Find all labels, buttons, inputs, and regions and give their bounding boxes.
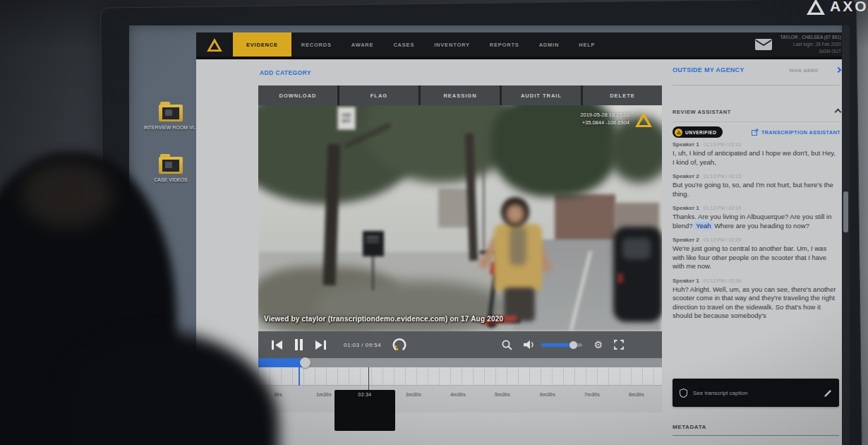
speed-gauge-icon (392, 338, 406, 352)
transcript-text[interactable]: We're just going to central to another b… (673, 244, 839, 271)
top-nav-bar: EVIDENCE RECORDS AWARE CASES INVENTORY R… (196, 32, 850, 59)
highlighted-word[interactable]: Yeah (694, 222, 712, 230)
review-assistant-header: REVIEW ASSISTANT (673, 109, 731, 115)
pause-icon (294, 339, 303, 350)
pencil-icon[interactable] (824, 389, 832, 397)
transcript-entry: Speaker 1 01:13 PM / 02:10 I, uh, I kind… (673, 141, 839, 167)
tab-aware[interactable]: AWARE (342, 32, 384, 57)
desktop-icon-case-videos[interactable]: CASE VIDEOS (142, 157, 200, 183)
seek-bar[interactable] (258, 358, 662, 367)
timeline-labels: 30s 1m30s 2m30s 3m30s 4m30s 5m30s 6m30s … (258, 386, 662, 413)
transcript-speaker: Speaker 2 (673, 237, 699, 243)
caption-placeholder: See transcript caption (693, 390, 747, 396)
pause-button[interactable] (294, 339, 303, 350)
playback-speed-button[interactable] (392, 338, 406, 352)
transcript-text[interactable]: But you're going to, so, and I'm not hur… (673, 181, 839, 198)
time-display: 01:03 / 09:54 (344, 342, 381, 348)
tab-records[interactable]: RECORDS (291, 32, 342, 57)
axon-delta-icon (207, 38, 222, 52)
axon-wordmark: AXON (807, 0, 868, 15)
user-info: TAYLOR , CHELSEA (67 891) Last login: 28… (780, 32, 850, 57)
unverified-badge[interactable]: UNVERIFIED (673, 126, 723, 138)
axon-nav-logo[interactable] (196, 32, 233, 57)
skip-back-button[interactable] (271, 340, 283, 350)
desktop-icon-interview-room[interactable]: INTERVIEW ROOM VI... (142, 105, 200, 131)
chevron-up-icon[interactable] (835, 109, 842, 116)
zoom-button[interactable] (502, 340, 512, 350)
seek-progress (258, 358, 305, 367)
window-scrollbar[interactable] (842, 25, 850, 445)
skip-back-icon (271, 340, 283, 350)
scrollbar-thumb[interactable] (843, 191, 848, 232)
transcript-timestamp[interactable]: 01:13 PM / 02:13 (704, 174, 741, 179)
divider (673, 435, 839, 436)
transcript-timestamp[interactable]: 01:13 PM / 02:26 (704, 237, 741, 242)
sign-out-link[interactable]: SIGN OUT (780, 48, 841, 55)
seek-handle[interactable] (300, 357, 311, 368)
transcript-timestamp[interactable]: 01:13 PM / 02:10 (704, 142, 741, 147)
player-controls: 01:03 / 09:54 (258, 331, 662, 358)
axon-delta-icon (807, 0, 825, 15)
delete-button[interactable]: DELETE (583, 85, 662, 105)
transcript-entry: Speaker 2 01:13 PM / 02:26 We're just go… (673, 237, 839, 271)
desktop-icon-label: INTERVIEW ROOM VI... (142, 124, 200, 131)
fullscreen-icon (614, 340, 624, 350)
volume-control (524, 340, 582, 350)
video-timestamp-overlay: 2019-05-28 18:25:03 +35.0844 -106.6504 (580, 111, 629, 127)
flag-button[interactable]: FLAG (339, 85, 418, 105)
timeline-tick: 5m30s (483, 392, 522, 397)
skip-forward-button[interactable] (315, 340, 327, 350)
timeline-tick: 3m30s (394, 392, 433, 397)
timeline-tick: 8m30s (617, 392, 656, 397)
metadata-header: METADATA (673, 424, 706, 430)
download-button[interactable]: DOWNLOAD (258, 85, 337, 105)
tab-help[interactable]: HELP (569, 32, 605, 57)
tab-evidence[interactable]: EVIDENCE (233, 32, 291, 57)
external-box-icon (752, 129, 759, 136)
chevron-right-icon[interactable] (836, 67, 841, 73)
transcript-text[interactable]: I, uh, I kind of anticipated and I hope … (673, 149, 839, 167)
folder-icon (159, 157, 183, 174)
transcript-speaker: Speaker 1 (673, 205, 699, 211)
timeline-ruler[interactable] (258, 367, 662, 386)
none-added-label: None added (789, 67, 818, 73)
transcript-entry: Speaker 2 01:13 PM / 02:13 But you're go… (673, 173, 839, 198)
preview-time: 02:34 (358, 392, 372, 397)
playhead-marker (299, 367, 300, 386)
axon-logo-text: AXON (830, 0, 868, 15)
transcript-list: Speaker 1 01:13 PM / 02:10 I, uh, I kind… (673, 141, 839, 327)
audit-trail-button[interactable]: AUDIT TRAIL (502, 85, 581, 105)
settings-button[interactable]: ⚙ (593, 340, 603, 350)
outside-my-agency-link[interactable]: OUTSIDE MY AGENCY (673, 66, 745, 73)
reassign-button[interactable]: REASSIGN (421, 85, 500, 105)
video-overlays: 2019-05-28 18:25:03 +35.0844 -106.6504 V… (258, 105, 662, 331)
volume-slider[interactable] (541, 343, 582, 347)
transcript-speaker: Speaker 1 (673, 278, 699, 284)
divider (673, 85, 840, 85)
transcription-assistant-link[interactable]: TRANSCRIPTION ASSISTANT (752, 129, 840, 136)
transcript-text[interactable]: Huh? Alright. Well, um, as you can see, … (673, 285, 839, 321)
tab-reports[interactable]: REPORTS (480, 32, 529, 57)
photo-scene: AXON INTERVIEW ROOM VI... CASE VIDEOS EV… (0, 0, 868, 445)
video-player[interactable]: ONE WAY (258, 105, 662, 331)
tab-cases[interactable]: CASES (383, 32, 424, 57)
main-column: ADD CATEGORY DOWNLOAD FLAG REASSIGN AUDI… (258, 59, 662, 413)
volume-icon[interactable] (524, 340, 536, 350)
preview-pointer-line (368, 367, 369, 390)
transcript-entry: Speaker 1 01:13 PM / 02:36 Huh? Alright.… (673, 278, 839, 321)
transcript-timestamp[interactable]: 01:13 PM / 02:36 (704, 278, 741, 283)
last-login: Last login: 28 Feb 2020 (780, 41, 841, 48)
fullscreen-button[interactable] (614, 340, 624, 350)
transcript-text[interactable]: Thanks. Are you living in Albuquerque? A… (673, 213, 839, 230)
add-category-link[interactable]: ADD CATEGORY (260, 69, 311, 76)
desktop-icon-label: CASE VIDEOS (142, 177, 200, 183)
messages-button[interactable] (747, 32, 780, 57)
tab-inventory[interactable]: INVENTORY (424, 32, 480, 57)
gear-icon: ⚙ (593, 340, 603, 350)
transcript-caption-input[interactable]: See transcript caption (673, 379, 839, 407)
tab-admin[interactable]: ADMIN (529, 32, 569, 57)
transcript-timestamp[interactable]: 01:13 PM / 02:15 (704, 206, 741, 210)
timeline-tick: 7m30s (572, 392, 612, 397)
volume-handle[interactable] (569, 341, 577, 349)
folder-icon (159, 105, 183, 121)
